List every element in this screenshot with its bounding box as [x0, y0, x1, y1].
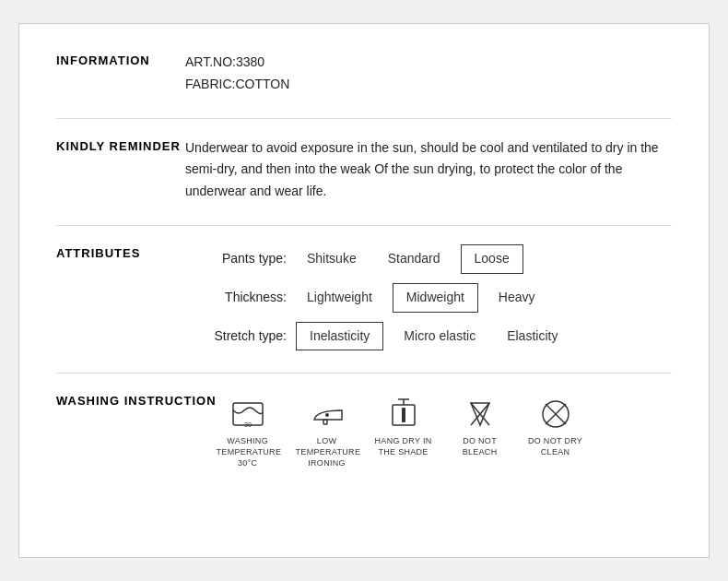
- hang-dry-icon: [385, 396, 422, 433]
- no-bleach-label: DO NOT BLEACH: [449, 436, 511, 457]
- svg-rect-2: [323, 420, 327, 424]
- divider-2: [56, 225, 672, 226]
- product-info-card: Information ART.NO:3380 FABRIC:COTTON Ki…: [18, 23, 710, 558]
- iron-low-icon: [309, 396, 346, 433]
- fabric: FABRIC:COTTON: [185, 74, 672, 96]
- kindly-reminder-section: Kindly Reminder Underwear to avoid expos…: [56, 137, 672, 203]
- attributes-content: Pants type: Shitsuke Standard Loose Thic…: [185, 244, 672, 350]
- hang-dry-label: HANG DRY INTHE SHADE: [375, 436, 432, 457]
- art-no: ART.NO:3380: [185, 52, 672, 74]
- thickness-label: Thickness:: [185, 287, 287, 309]
- washing-label: Washing Instruction: [56, 392, 217, 468]
- wash-30-icon: 30: [229, 396, 266, 433]
- iron-low-label: LOW TEMPERATUREIRONING: [296, 436, 358, 468]
- information-content: ART.NO:3380 FABRIC:COTTON: [185, 52, 672, 96]
- pants-loose: Loose: [461, 244, 523, 274]
- hang-dry-item: HANG DRY INTHE SHADE: [375, 396, 432, 457]
- pants-type-label: Pants type:: [185, 248, 287, 270]
- stretch-micro: Micro elastic: [393, 323, 487, 350]
- no-dry-clean-icon: [537, 396, 574, 433]
- pants-shitsuke: Shitsuke: [296, 245, 368, 273]
- no-dry-clean-item: DO NOT DRYCLEAN: [528, 396, 583, 457]
- stretch-type-row: Stretch type: Inelasticity Micro elastic…: [185, 322, 672, 351]
- stretch-type-label: Stretch type:: [185, 326, 287, 348]
- washing-content: 30 WASHINGTEMPERATURE 30°C LOW TEMPERATU…: [217, 392, 672, 468]
- washing-icons-row: 30 WASHINGTEMPERATURE 30°C LOW TEMPERATU…: [217, 396, 672, 468]
- svg-rect-7: [402, 408, 405, 422]
- pants-standard: Standard: [377, 245, 452, 273]
- attributes-table: Pants type: Shitsuke Standard Loose Thic…: [185, 244, 672, 350]
- divider-1: [56, 118, 672, 119]
- washing-section: Washing Instruction 30 WASHINGTEMPERATUR…: [56, 392, 672, 468]
- thickness-heavy: Heavy: [487, 284, 546, 312]
- svg-point-3: [325, 413, 329, 417]
- information-section: Information ART.NO:3380 FABRIC:COTTON: [56, 52, 672, 96]
- stretch-elasticity: Elasticity: [496, 323, 569, 350]
- stretch-inelasticity: Inelasticity: [296, 322, 383, 351]
- no-dry-clean-label: DO NOT DRYCLEAN: [528, 436, 582, 457]
- no-bleach-icon: [462, 396, 499, 433]
- thickness-midweight: Midweight: [393, 283, 478, 313]
- wash-30-label: WASHINGTEMPERATURE 30°C: [217, 436, 279, 468]
- information-label: Information: [56, 52, 185, 96]
- iron-low-item: LOW TEMPERATUREIRONING: [296, 396, 358, 468]
- kindly-reminder-content: Underwear to avoid exposure in the sun, …: [185, 137, 672, 203]
- divider-3: [56, 373, 672, 374]
- wash-30-item: 30 WASHINGTEMPERATURE 30°C: [217, 396, 279, 468]
- attributes-section: Attributes Pants type: Shitsuke Standard…: [56, 244, 672, 350]
- svg-text:30: 30: [244, 421, 252, 428]
- no-bleach-item: DO NOT BLEACH: [449, 396, 511, 457]
- thickness-row: Thickness: Lightweight Midweight Heavy: [185, 283, 672, 313]
- thickness-lightweight: Lightweight: [296, 284, 383, 312]
- kindly-reminder-label: Kindly Reminder: [56, 137, 185, 203]
- pants-type-row: Pants type: Shitsuke Standard Loose: [185, 244, 672, 274]
- attributes-label: Attributes: [56, 244, 185, 350]
